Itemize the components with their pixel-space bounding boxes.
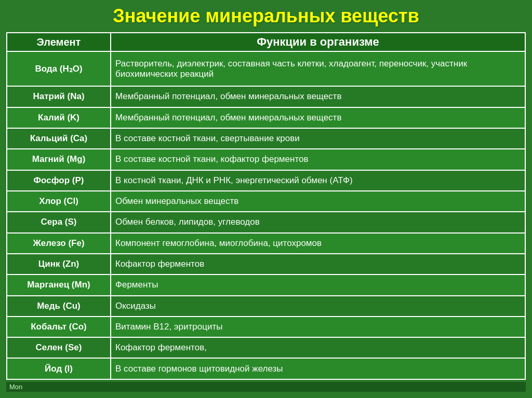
table-row: Железо (Fe)Компонент гемоглобина, миогло… — [7, 233, 525, 254]
table-header-row: Элемент Функции в организме — [7, 33, 525, 51]
main-table: Элемент Функции в организме Вода (H₂O)Ра… — [6, 32, 526, 380]
cell-element: Цинк (Zn) — [7, 254, 111, 275]
table-row: Марганец (Mn)Ферменты — [7, 275, 525, 295]
cell-function: В составе костной ткани, кофактор фермен… — [111, 149, 525, 170]
cell-function: Растворитель, диэлектрик, составная част… — [111, 51, 525, 86]
cell-function: Кофактор ферментов — [111, 254, 525, 275]
cell-function: Обмен белков, липидов, углеводов — [111, 212, 525, 232]
cell-function: Витамин В12, эритроциты — [111, 317, 525, 337]
table-row: Натрий (Na)Мембранный потенциал, обмен м… — [7, 86, 525, 107]
cell-element: Марганец (Mn) — [7, 275, 111, 295]
table-row: Кобальт (Co)Витамин В12, эритроциты — [7, 317, 525, 337]
cell-element: Магний (Mg) — [7, 149, 111, 170]
col-header-element: Элемент — [7, 33, 111, 51]
col-header-function: Функции в организме — [111, 33, 525, 51]
cell-function: Кофактор ферментов, — [111, 337, 525, 358]
table-row: Йод (I)В составе гормонов щитовидной жел… — [7, 358, 525, 379]
cell-function: В составе костной ткани, свертывание кро… — [111, 128, 525, 149]
cell-function: Мембранный потенциал, обмен минеральных … — [111, 107, 525, 128]
cell-element: Фосфор (P) — [7, 170, 111, 191]
table-row: Фосфор (P)В костной ткани, ДНК и РНК, эн… — [7, 170, 525, 191]
cell-element: Сера (S) — [7, 212, 111, 232]
cell-function: Мембранный потенциал, обмен минеральных … — [111, 86, 525, 107]
cell-element: Вода (H₂O) — [7, 51, 111, 86]
table-row: Сера (S)Обмен белков, липидов, углеводов — [7, 212, 525, 232]
cell-element: Селен (Se) — [7, 337, 111, 358]
cell-function: Компонент гемоглобина, миоглобина, цитох… — [111, 233, 525, 254]
cell-element: Медь (Cu) — [7, 296, 111, 317]
table-row: Цинк (Zn)Кофактор ферментов — [7, 254, 525, 275]
bottom-bar: Mon — [6, 382, 526, 392]
cell-element: Натрий (Na) — [7, 86, 111, 107]
table-row: Кальций (Ca)В составе костной ткани, све… — [7, 128, 525, 149]
page-title: Значение минеральных веществ — [113, 5, 419, 27]
table-row: Вода (H₂O)Растворитель, диэлектрик, сост… — [7, 51, 525, 86]
page-container: Значение минеральных веществ Элемент Фун… — [0, 0, 532, 398]
cell-element: Кобальт (Co) — [7, 317, 111, 337]
table-body: Вода (H₂O)Растворитель, диэлектрик, сост… — [7, 51, 525, 379]
cell-element: Железо (Fe) — [7, 233, 111, 254]
cell-function: Обмен минеральных веществ — [111, 191, 525, 212]
table-row: Медь (Cu)Оксидазы — [7, 296, 525, 317]
table-row: Селен (Se)Кофактор ферментов, — [7, 337, 525, 358]
cell-element: Хлор (Cl) — [7, 191, 111, 212]
cell-function: Ферменты — [111, 275, 525, 295]
cell-function: В составе гормонов щитовидной железы — [111, 358, 525, 379]
cell-function: В костной ткани, ДНК и РНК, энергетическ… — [111, 170, 525, 191]
table-row: Хлор (Cl)Обмен минеральных веществ — [7, 191, 525, 212]
table-row: Магний (Mg)В составе костной ткани, кофа… — [7, 149, 525, 170]
cell-element: Йод (I) — [7, 358, 111, 379]
table-row: Калий (K)Мембранный потенциал, обмен мин… — [7, 107, 525, 128]
cell-element: Кальций (Ca) — [7, 128, 111, 149]
cell-function: Оксидазы — [111, 296, 525, 317]
cell-element: Калий (K) — [7, 107, 111, 128]
